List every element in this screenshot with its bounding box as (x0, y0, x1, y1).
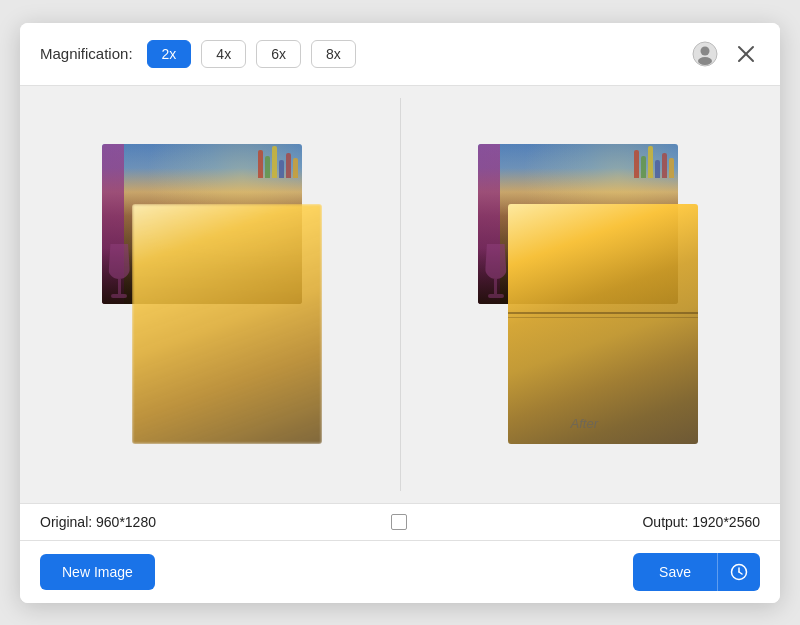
original-size-label: Original: 960*1280 (40, 514, 156, 530)
magnification-label: Magnification: (40, 45, 133, 62)
main-dialog: Magnification: 2x 4x 6x 8x (20, 23, 780, 603)
footer-bar: New Image Save (20, 540, 780, 603)
new-image-button[interactable]: New Image (40, 554, 155, 590)
output-front-image (508, 204, 698, 444)
original-image-stack (102, 144, 322, 444)
account-icon (692, 41, 718, 67)
output-panel: After (401, 98, 769, 491)
account-button[interactable] (688, 37, 722, 71)
original-front-image (132, 204, 322, 444)
save-arrow-button[interactable] (717, 553, 760, 591)
clock-icon (730, 563, 748, 581)
mag-6x-button[interactable]: 6x (256, 40, 301, 68)
info-bar: Original: 960*1280 Output: 1920*2560 (20, 503, 780, 540)
checkbox-container (391, 514, 407, 530)
save-group: Save (633, 553, 760, 591)
output-size-label: Output: 1920*2560 (642, 514, 760, 530)
mag-8x-button[interactable]: 8x (311, 40, 356, 68)
svg-point-2 (698, 57, 712, 65)
output-image-stack (478, 144, 698, 444)
svg-point-1 (701, 46, 710, 55)
original-panel (32, 98, 401, 491)
close-icon (736, 44, 756, 64)
mag-4x-button[interactable]: 4x (201, 40, 246, 68)
header-bar: Magnification: 2x 4x 6x 8x (20, 23, 780, 86)
close-button[interactable] (732, 40, 760, 68)
compare-checkbox[interactable] (391, 514, 407, 530)
preview-area: After (20, 86, 780, 503)
save-button[interactable]: Save (633, 553, 717, 591)
mag-2x-button[interactable]: 2x (147, 40, 192, 68)
svg-line-7 (739, 572, 742, 574)
